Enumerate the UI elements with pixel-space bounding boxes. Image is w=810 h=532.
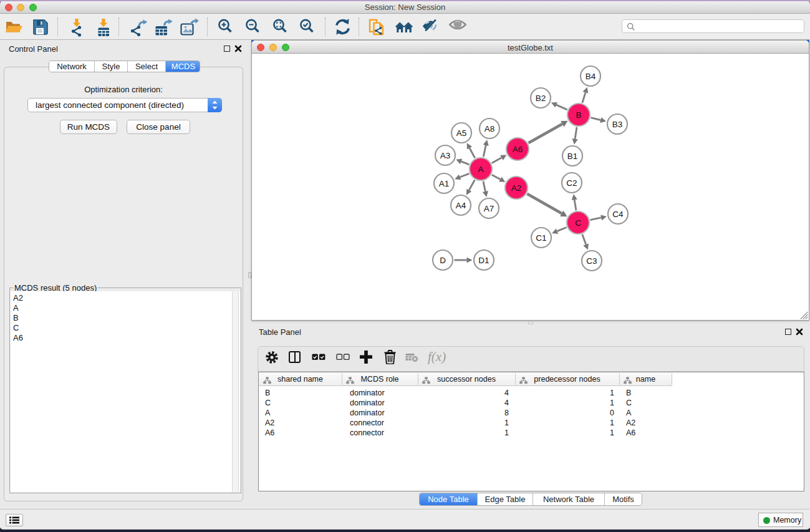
svg-text:B4: B4 [586,72,596,81]
svg-text:C1: C1 [536,233,546,243]
svg-text:D1: D1 [478,256,489,265]
svg-text:C2: C2 [566,178,577,188]
svg-text:A6: A6 [513,145,523,154]
svg-text:B1: B1 [567,152,578,161]
svg-text:B: B [576,110,581,120]
svg-text:B3: B3 [612,120,623,129]
svg-text:A5: A5 [456,128,467,138]
svg-text:A8: A8 [485,124,495,133]
svg-text:A: A [478,165,483,174]
svg-text:B2: B2 [536,94,546,103]
svg-text:C4: C4 [612,210,624,219]
svg-text:A7: A7 [484,204,494,213]
svg-text:C: C [575,218,581,228]
svg-text:A1: A1 [439,179,450,188]
svg-text:D: D [440,256,446,265]
svg-text:A3: A3 [440,151,451,160]
svg-text:C3: C3 [586,256,597,266]
svg-text:A4: A4 [456,201,466,210]
svg-text:A2: A2 [511,183,522,193]
